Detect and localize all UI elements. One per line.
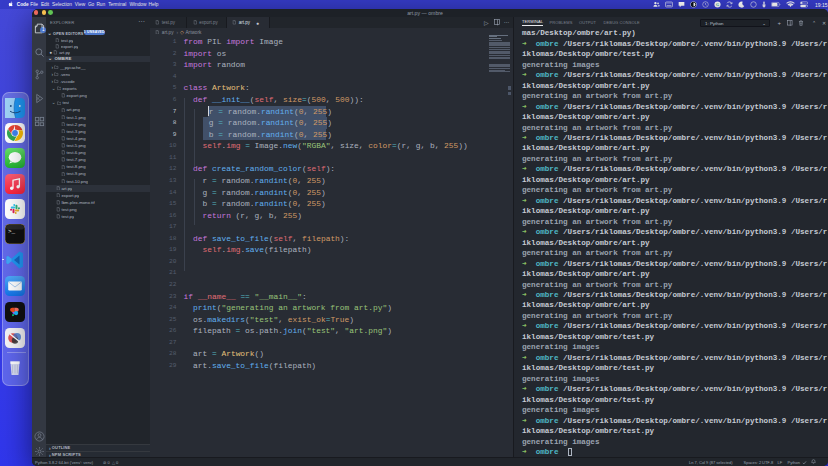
- svg-text:>_: >_: [8, 227, 16, 234]
- svg-text:G: G: [716, 2, 719, 7]
